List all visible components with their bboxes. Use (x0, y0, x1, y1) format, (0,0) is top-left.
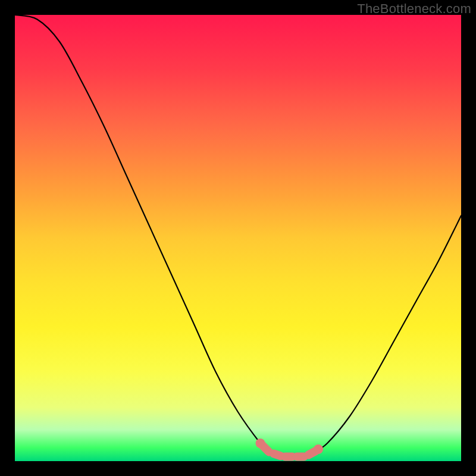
chart-frame: TheBottleneck.com (0, 0, 476, 476)
svg-line-2 (262, 445, 269, 452)
curve-svg (15, 15, 461, 461)
plot-area (15, 15, 461, 461)
svg-line-3 (274, 453, 281, 456)
svg-line-6 (308, 451, 315, 455)
bottleneck-curve (15, 15, 461, 457)
flat-region-markers (256, 439, 324, 457)
